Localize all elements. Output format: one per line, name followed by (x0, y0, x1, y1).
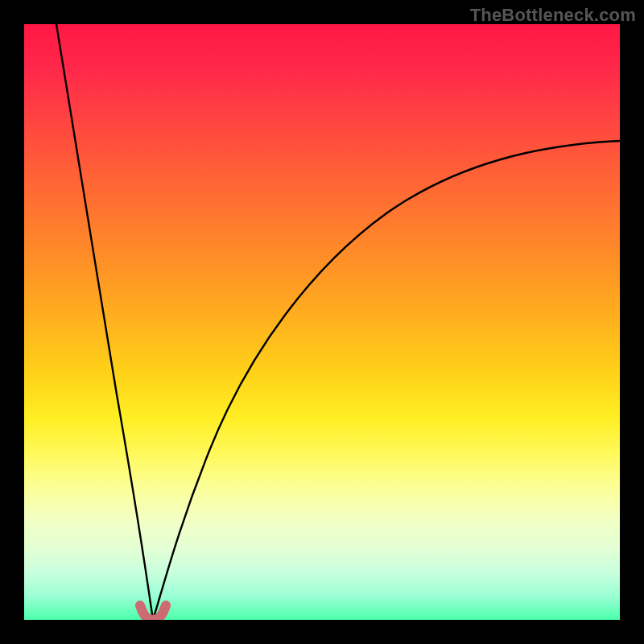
optimal-marker (140, 605, 166, 620)
right-curve (153, 141, 620, 620)
watermark-text: TheBottleneck.com (470, 5, 636, 26)
curve-layer (24, 24, 620, 620)
plot-area (24, 24, 620, 620)
left-curve (56, 24, 153, 620)
chart-frame: TheBottleneck.com (0, 0, 644, 644)
